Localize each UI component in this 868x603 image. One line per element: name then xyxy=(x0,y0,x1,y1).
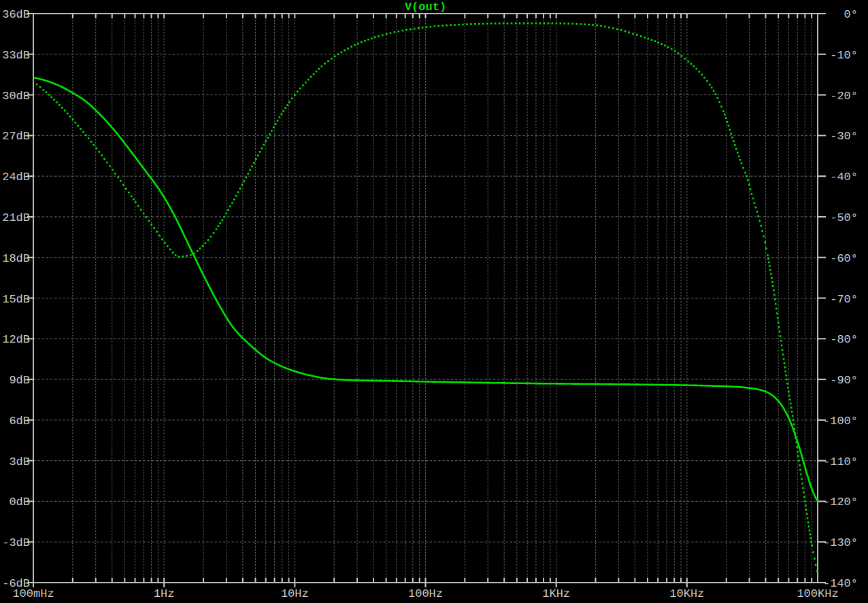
phase-dot xyxy=(344,50,346,52)
y-left-label: 12dB xyxy=(2,333,30,346)
phase-dot xyxy=(780,335,782,337)
phase-dot xyxy=(454,24,456,26)
phase-dot xyxy=(82,131,84,133)
phase-dot xyxy=(133,199,135,201)
phase-dot xyxy=(150,224,152,226)
phase-dot xyxy=(503,22,505,24)
phase-dot xyxy=(733,141,735,143)
phase-dot xyxy=(799,464,801,466)
phase-dot xyxy=(59,104,61,106)
plot-title: V(out) xyxy=(405,1,446,14)
phase-dot xyxy=(535,22,537,24)
phase-dot xyxy=(737,152,739,154)
phase-dot xyxy=(783,358,785,360)
phase-dot xyxy=(515,22,517,24)
phase-dot xyxy=(282,110,284,112)
phase-dot xyxy=(795,437,797,439)
phase-dot xyxy=(703,77,705,79)
y-right-label: -80° xyxy=(830,333,858,346)
phase-dot xyxy=(143,213,145,215)
phase-dot xyxy=(257,155,259,157)
phase-dot xyxy=(441,25,444,27)
y-left-label: 36dB xyxy=(2,8,30,21)
phase-dot xyxy=(56,101,58,103)
phase-dot xyxy=(731,137,733,139)
phase-dot xyxy=(809,534,812,536)
phase-dot xyxy=(466,23,468,25)
phase-dot xyxy=(798,460,800,462)
phase-dot xyxy=(247,173,249,175)
phase-dot xyxy=(146,216,148,218)
phase-dot xyxy=(648,38,650,40)
phase-dot xyxy=(804,500,806,502)
phase-dot xyxy=(202,245,204,247)
phase-dot xyxy=(730,133,732,135)
phase-dot xyxy=(169,249,171,251)
phase-dot xyxy=(67,113,69,115)
phase-dot xyxy=(241,184,244,186)
phase-dot xyxy=(75,122,77,124)
phase-dot xyxy=(772,285,774,287)
phase-dot xyxy=(778,322,780,324)
phase-dot xyxy=(718,101,720,103)
phase-dot xyxy=(787,387,789,389)
phase-dot xyxy=(478,23,480,25)
phase-dot xyxy=(405,29,407,31)
phase-dot xyxy=(450,24,452,27)
phase-dot xyxy=(182,256,184,258)
phase-dot xyxy=(709,84,711,86)
phase-dot xyxy=(350,46,352,48)
phase-dot xyxy=(233,199,235,201)
phase-dot xyxy=(724,114,726,116)
y-left-label: 27dB xyxy=(2,130,30,143)
phase-dot xyxy=(770,273,772,275)
phase-dot xyxy=(651,39,653,41)
phase-dot xyxy=(796,442,798,444)
phase-dot xyxy=(722,110,724,112)
phase-dot xyxy=(291,97,293,99)
phase-dot xyxy=(51,97,53,99)
phase-dot xyxy=(210,236,212,238)
y-left-label: 9dB xyxy=(9,374,30,387)
phase-dot xyxy=(46,91,48,93)
phase-dot xyxy=(640,35,642,37)
phase-dot xyxy=(275,123,277,125)
phase-dot xyxy=(810,541,812,543)
phase-dot xyxy=(259,151,261,153)
phase-dot xyxy=(767,258,769,260)
grid xyxy=(33,14,818,583)
phase-dot xyxy=(800,474,802,476)
phase-dot xyxy=(802,487,804,489)
phase-dot xyxy=(175,254,177,256)
y-right-label: -110° xyxy=(823,455,858,468)
phase-dot xyxy=(771,277,773,279)
phase-dot xyxy=(269,133,271,135)
phase-dot xyxy=(271,130,273,132)
phase-dot xyxy=(807,517,809,519)
axis-labels: 36dB33dB30dB27dB24dB21dB18dB15dB12dB9dB6… xyxy=(2,8,858,600)
phase-dot xyxy=(137,205,139,207)
phase-dot xyxy=(299,88,301,90)
phase-dot xyxy=(193,253,195,255)
phase-dot xyxy=(739,159,741,161)
phase-dot xyxy=(255,158,257,160)
phase-dot xyxy=(378,35,380,37)
phase-dot xyxy=(636,34,638,36)
phase-dot xyxy=(458,24,460,26)
phase-dot xyxy=(446,24,448,27)
waveform-viewer-pane: 36dB33dB30dB27dB24dB21dB18dB15dB12dB9dB6… xyxy=(0,0,868,603)
phase-dot xyxy=(120,180,122,182)
phase-dot xyxy=(758,220,761,222)
y-left-label: 6dB xyxy=(9,415,30,428)
phase-dot xyxy=(331,58,333,60)
phase-dot xyxy=(754,202,756,204)
x-axis-label: 100KHz xyxy=(797,587,838,600)
phase-dot xyxy=(390,32,392,34)
phase-dot xyxy=(600,25,602,27)
phase-dot xyxy=(767,254,769,256)
phase-dot xyxy=(746,175,748,177)
phase-dot xyxy=(426,27,428,29)
phase-dot xyxy=(297,90,299,92)
phase-dot xyxy=(576,23,578,25)
phase-dot xyxy=(267,137,269,139)
